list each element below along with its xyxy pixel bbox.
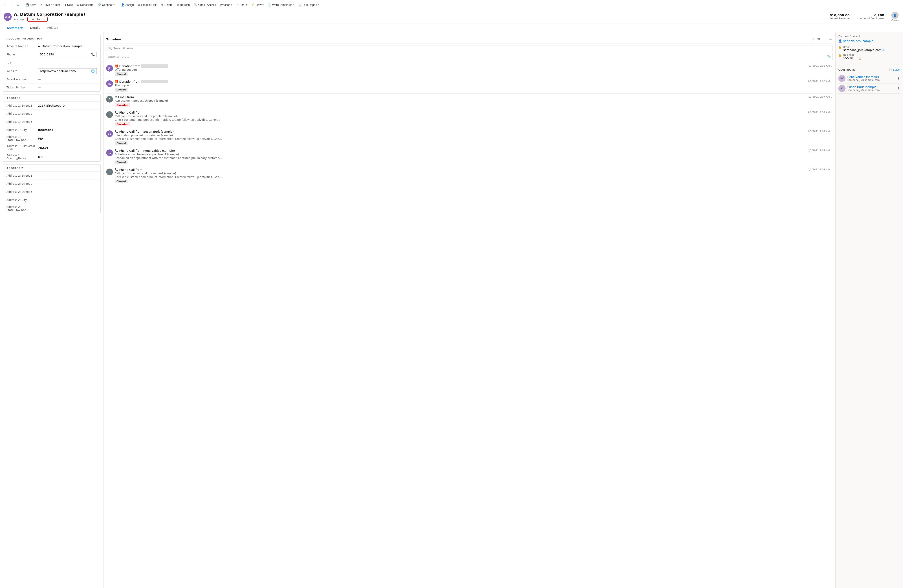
field-value-a2-state: ---	[38, 207, 97, 210]
timeline-add-button[interactable]: +	[812, 37, 815, 42]
word-templates-button[interactable]: 📄 Word Templates ▾	[266, 2, 296, 8]
field-value-account-name: A. Datum Corporation (sample)	[38, 44, 97, 48]
timeline-body: ✉ Email from 4/3/2021 2:07 AM ⌄ Replacem…	[115, 95, 833, 107]
flow-dropdown-arrow: ▾	[263, 3, 264, 6]
status-badge: Closed	[115, 88, 127, 91]
field-label-a2-state: Address 2: State/Province	[6, 205, 38, 212]
field-input-website[interactable]: http://www.adatum.com/ 🌐	[38, 68, 97, 74]
connect-dropdown-arrow: ▾	[113, 3, 115, 6]
timeline-item-title: 📞 Phone Call from	[115, 111, 142, 114]
deactivate-icon: ⊖	[77, 3, 79, 6]
timeline-item-title: 📞 Phone Call from Rene Valdes (sample)	[115, 149, 175, 153]
expand-icon[interactable]: ⌄	[831, 111, 833, 114]
timeline-body: 📞 Phone Call from Susan Burk (sample) 4/…	[115, 130, 833, 145]
check-access-icon: 🔍	[194, 3, 197, 6]
expand-icon[interactable]: ⌄	[831, 64, 833, 67]
field-state: Address 1: State/Province WA	[3, 134, 101, 143]
expand-icon[interactable]: ⌄	[831, 149, 833, 152]
timeline-item-title: 📞 Phone Call from	[115, 168, 142, 171]
contact-more-1[interactable]: ⋮	[897, 76, 900, 80]
timeline-item: RV 📞 Phone Call from Rene Valdes (sample…	[106, 147, 833, 166]
contacts-view-icon[interactable]: ☷	[889, 68, 892, 72]
copy-icon[interactable]: ⧉	[883, 49, 884, 52]
timeline-item-header: 📞 Phone Call from Susan Burk (sample) 4/…	[115, 130, 833, 133]
contact-name-2[interactable]: Susan Burk (sample)	[847, 85, 895, 89]
delete-button[interactable]: 🗑 Delete	[159, 3, 174, 8]
back-button[interactable]: ←	[2, 2, 8, 8]
primary-contact-link[interactable]: Rene Valdes (sample)	[843, 39, 875, 42]
home-button[interactable]: ⌂	[15, 3, 20, 8]
contact-more-2[interactable]: ⋮	[897, 86, 900, 91]
field-label-street1: Address 1: Street 1	[6, 104, 38, 107]
refresh-icon: ↻	[177, 3, 179, 6]
field-value-street1: 2137 Birchwood Dr	[38, 104, 97, 107]
form-selector[interactable]: main form ▾	[27, 17, 47, 22]
timeline-avatar: SB	[106, 130, 113, 137]
timeline-avatar: RV	[106, 149, 113, 156]
timeline-avatar: P	[106, 168, 113, 175]
save-button[interactable]: 💾 Save	[24, 2, 38, 8]
save-close-button[interactable]: ✕ Save & Close	[38, 2, 63, 8]
connect-button[interactable]: 🔗 Connect ▾	[96, 2, 116, 8]
contact-name-1[interactable]: Rene Valdes (sample)	[847, 75, 895, 79]
timeline-item-time: 4/3/2021 2:08 AM ⌄	[808, 64, 833, 67]
tab-details[interactable]: Details	[26, 24, 44, 32]
contacts-select-button[interactable]: Select	[893, 68, 900, 71]
expand-icon[interactable]: ⌄	[831, 130, 833, 133]
contact-email-1: someone_i@example.com	[847, 79, 895, 82]
email-link-button[interactable]: ✉ Email a Link	[136, 2, 158, 8]
timeline-item: E ✉ Email from 4/3/2021 2:07 AM ⌄ Replac…	[106, 94, 833, 109]
expand-icon[interactable]: ⌄	[831, 168, 833, 171]
refresh-button[interactable]: ↻ Refresh	[175, 2, 192, 8]
forward-button[interactable]: →	[8, 2, 15, 8]
run-report-button[interactable]: 📊 Run Report ▾	[297, 2, 321, 8]
timeline-item-header: 🎁 Donation from ████████████ 4/3/2021 2:…	[115, 64, 833, 68]
timeline-item-time: 4/3/2021 2:08 AM ⌄	[808, 80, 833, 83]
timeline-item-sub: Information provided to customer (sample…	[115, 134, 833, 137]
timeline-more-button[interactable]: ⋯	[828, 36, 833, 42]
timeline-filter-button[interactable]: ⚗	[816, 36, 821, 42]
flow-button[interactable]: ⚡ Flow ▾	[249, 2, 265, 8]
timeline-item-header: 📞 Phone Call from Rene Valdes (sample) 4…	[115, 149, 833, 153]
check-access-button[interactable]: 🔍 Check Access	[192, 2, 218, 8]
field-label-parent-account: Parent Account	[6, 78, 38, 81]
tab-related[interactable]: Related	[44, 24, 62, 32]
owner-avatar: 👤	[891, 12, 898, 19]
phone-copy-icon[interactable]: 📋	[858, 57, 862, 60]
home-icon: ⌂	[17, 3, 19, 6]
timeline-body: 🎁 Donation from ████████████ 4/3/2021 2:…	[115, 80, 833, 91]
timeline-item-header: 📞 Phone Call from 4/3/2021 2:07 AM ⌄	[115, 168, 833, 171]
share-button[interactable]: ↗ Share	[234, 2, 249, 8]
timeline-item-sub: Thank you	[115, 84, 833, 87]
process-button[interactable]: Process ▾	[218, 3, 234, 8]
field-street1: Address 1: Street 1 2137 Birchwood Dr	[3, 101, 101, 110]
field-value-city: Redmond	[38, 128, 97, 132]
deactivate-button[interactable]: ⊖ Deactivate	[75, 2, 95, 8]
expand-icon[interactable]: ⌄	[831, 95, 833, 98]
field-value-street2: ---	[38, 112, 97, 115]
account-info-section: ACCOUNT INFORMATION Account Name* A. Dat…	[3, 35, 101, 91]
field-label-zip: Address 1: ZIP/Postal Code	[6, 145, 38, 151]
run-report-icon: 📊	[298, 3, 302, 6]
timeline-list-button[interactable]: ☰	[823, 36, 826, 42]
search-input[interactable]	[113, 47, 831, 50]
note-input[interactable]: Enter a note... 📎	[106, 53, 833, 60]
tab-summary[interactable]: Summary	[3, 24, 26, 32]
field-label-a2-street2: Address 2: Street 2	[6, 182, 38, 186]
new-button[interactable]: + New	[63, 3, 74, 8]
connect-icon: 🔗	[98, 3, 101, 6]
timeline-item-sub: Replacement product shipped (sample)	[115, 99, 833, 102]
field-fax: Fax ---	[3, 58, 101, 67]
address-title: ADDRESS	[3, 94, 101, 101]
field-input-phone[interactable]: 555-0158 📞	[38, 52, 97, 57]
timeline-avatar: P	[106, 111, 113, 118]
expand-icon[interactable]: ⌄	[831, 80, 833, 83]
assign-button[interactable]: 👤 Assign	[119, 2, 136, 8]
timeline-item-sub: Call back to understand the request (sam…	[115, 172, 833, 175]
owner-item: 👤 Owner	[891, 12, 900, 22]
record-title: A. Datum Corporation (sample)	[14, 12, 829, 17]
contact-icon: 👤	[838, 39, 842, 42]
field-value-country: U.S.	[38, 155, 97, 159]
timeline-avatar: JL	[106, 65, 113, 72]
save-close-icon: ✕	[40, 3, 42, 6]
